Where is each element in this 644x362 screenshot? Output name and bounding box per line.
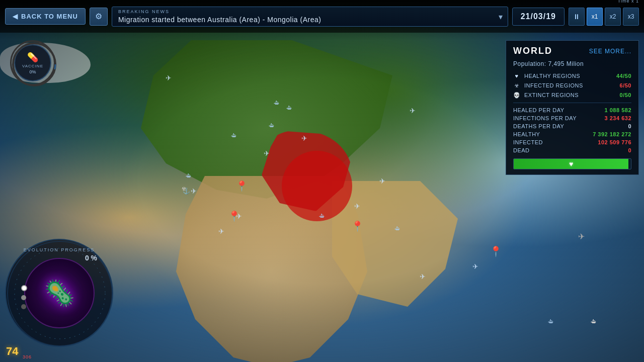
plane-marker-3: ✈ — [301, 134, 307, 142]
deaths-per-day-value: 0 — [628, 123, 631, 129]
location-pin-1[interactable]: 📍 — [235, 180, 248, 192]
speed-x3-button[interactable]: x3 — [623, 8, 639, 26]
population-label: Population: — [513, 60, 546, 67]
infected-total-value: 102 509 776 — [598, 139, 631, 145]
ship-marker-9: ⛴ — [548, 318, 554, 325]
back-to-menu-button[interactable]: ◀ Back to Menu — [5, 8, 86, 25]
healthy-regions-label: Healthy Regions — [524, 73, 612, 79]
biohazard-marker: ☢ — [182, 186, 186, 192]
vaccine-panel[interactable]: 💊 Vaccine 0% — [10, 40, 55, 85]
healthy-regions-value: 44/50 — [616, 73, 631, 79]
plane-marker-1: ✈ — [166, 74, 172, 82]
x2-label: x2 — [610, 13, 616, 20]
see-more-button[interactable]: See More... — [589, 48, 631, 55]
back-label: Back to Menu — [21, 13, 78, 20]
plane-marker-5: ✈ — [379, 177, 385, 185]
infections-per-day-row: Infections per day 3 234 632 — [513, 115, 631, 121]
settings-button[interactable]: ⚙ — [90, 8, 108, 26]
dead-total-row: Dead 0 — [513, 147, 631, 153]
virus-icon: 🦠 — [44, 279, 75, 308]
ship-marker-5: ⛴ — [186, 172, 192, 179]
score-value: 74 — [6, 345, 18, 357]
news-dropdown-button[interactable]: ▾ — [499, 12, 503, 21]
plane-marker-11: ✈ — [420, 273, 426, 281]
ship-marker-lg: ⛴ — [591, 318, 597, 325]
divider-1 — [513, 103, 631, 103]
health-bar-fill: ♥ — [514, 159, 628, 169]
panel-header: World See More... — [513, 46, 631, 56]
plane-marker-2: ✈ — [410, 107, 416, 115]
healed-per-day-label: Healed per day — [513, 107, 565, 113]
ship-marker-7: ⛴ — [319, 213, 325, 220]
ship-marker-4: ⛴ — [231, 132, 237, 139]
infected-regions-stat: ☣ Infected Regions 6/50 — [513, 82, 631, 89]
plane-marker-7: ✈ — [354, 202, 360, 210]
evolution-virus-graphic: 🦠 — [24, 258, 95, 328]
evolution-panel[interactable]: Evolution Progress 0 % 🦠 — [5, 239, 113, 347]
infected-regions-value: 6/50 — [620, 82, 631, 88]
infected-total-label: Infected — [513, 139, 543, 145]
dead-total-value: 0 — [628, 147, 631, 153]
evolution-label: Evolution Progress — [24, 247, 95, 252]
skull-marker-1: ✈ — [578, 232, 585, 241]
heart-icon: ♥ — [513, 72, 520, 79]
speed-x2-button[interactable]: x2 — [605, 8, 621, 26]
healed-per-day-value: 1 088 582 — [605, 107, 631, 113]
x3-label: x3 — [628, 13, 634, 20]
biohazard-icon: ☣ — [513, 82, 520, 89]
evo-indicator-2 — [21, 295, 26, 300]
pause-button[interactable]: ⏸ — [569, 8, 585, 26]
news-text: Migration started between Australia (Are… — [118, 16, 321, 24]
deaths-per-day-label: Deaths per day — [513, 123, 564, 129]
score-display: 74 — [6, 345, 18, 358]
plane-marker-4: ✈ — [264, 149, 270, 157]
x1-label: x1 — [592, 13, 598, 20]
evo-indicator-3 — [21, 304, 26, 309]
infections-per-day-label: Infections per day — [513, 115, 577, 121]
evo-indicator-1 — [21, 285, 27, 291]
ship-marker-8: ⛴ — [394, 225, 400, 232]
healthy-regions-stat: ♥ Healthy Regions 44/50 — [513, 72, 631, 79]
plane-marker-9: ✈ — [218, 227, 224, 235]
infected-region-2[interactable] — [282, 151, 352, 221]
ship-marker-1: ⛴ — [274, 100, 280, 107]
dead-total-label: Dead — [513, 147, 530, 153]
skull-icon: 💀 — [513, 92, 520, 99]
infected-total-row: Infected 102 509 776 — [513, 139, 631, 145]
back-arrow-icon: ◀ — [13, 13, 18, 20]
healthy-total-value: 7 392 182 272 — [593, 131, 631, 137]
time-label: Time x 1 — [618, 0, 639, 4]
evolution-pct: 0 % — [85, 254, 97, 262]
svg-point-0 — [13, 43, 55, 85]
infections-per-day-value: 3 234 632 — [605, 115, 631, 121]
plane-marker-10: ✈ — [472, 262, 478, 270]
population-value: 7,495 Milion — [548, 60, 584, 67]
world-title: World — [513, 46, 552, 56]
world-panel: World See More... Population: 7,495 Mili… — [506, 40, 639, 175]
infected-regions-label: Infected Regions — [524, 82, 616, 88]
healthy-total-row: Healthy 7 392 182 272 — [513, 131, 631, 137]
population-display: Population: 7,495 Milion — [513, 60, 631, 67]
healthy-total-label: Healthy — [513, 131, 540, 137]
healed-per-day-row: Healed per day 1 088 582 — [513, 107, 631, 113]
location-pin-2[interactable]: 📍 — [351, 220, 364, 232]
ship-marker-3: ⛴ — [269, 122, 275, 129]
pause-icon: ⏸ — [573, 13, 580, 21]
deaths-per-day-row: Deaths per day 0 — [513, 123, 631, 129]
extinct-regions-value: 0/50 — [620, 92, 631, 98]
settings-icon: ⚙ — [95, 12, 102, 21]
plane-marker-6: ✈ — [191, 187, 197, 195]
extinct-regions-stat: 💀 Extinct Regions 0/50 — [513, 92, 631, 99]
date-display: 21/03/19 — [512, 8, 565, 26]
top-bar: ◀ Back to Menu ⚙ Breaking News Migration… — [0, 0, 644, 33]
health-bar-heart-icon: ♥ — [569, 160, 573, 168]
news-ticker: Breaking News Migration started between … — [112, 7, 508, 27]
score-label: 306 — [23, 354, 32, 359]
breaking-news-label: Breaking News — [118, 9, 502, 14]
extinct-regions-label: Extinct Regions — [524, 92, 616, 98]
time-controls: Time x 1 ⏸ x1 x2 x3 — [569, 8, 639, 26]
location-pin-4[interactable]: 📍 — [490, 245, 502, 257]
speed-x1-button[interactable]: x1 — [587, 8, 603, 26]
ship-marker-2: ⛴ — [286, 105, 292, 112]
location-pin-3[interactable]: 📍 — [228, 210, 240, 222]
